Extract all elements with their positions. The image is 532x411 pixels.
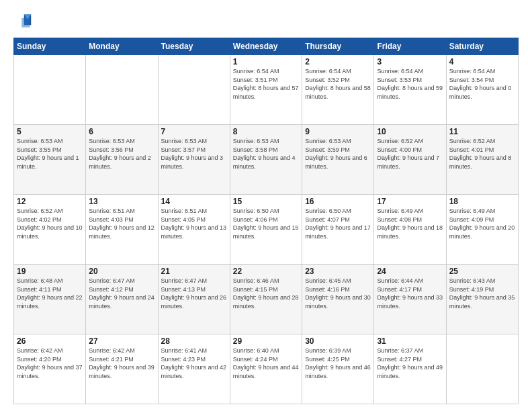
- day-number: 19: [17, 267, 83, 276]
- day-info: Sunrise: 6:50 AM Sunset: 4:07 PM Dayligh…: [305, 207, 371, 240]
- calendar-cell: 2Sunrise: 6:54 AM Sunset: 3:52 PM Daylig…: [302, 55, 374, 125]
- calendar-cell: 13Sunrise: 6:51 AM Sunset: 4:03 PM Dayli…: [86, 195, 158, 265]
- day-info: Sunrise: 6:47 AM Sunset: 4:12 PM Dayligh…: [89, 277, 154, 310]
- day-info: Sunrise: 6:42 AM Sunset: 4:21 PM Dayligh…: [89, 347, 154, 380]
- day-info: Sunrise: 6:45 AM Sunset: 4:16 PM Dayligh…: [305, 277, 371, 310]
- calendar-cell: 22Sunrise: 6:46 AM Sunset: 4:15 PM Dayli…: [230, 265, 302, 334]
- day-info: Sunrise: 6:39 AM Sunset: 4:25 PM Dayligh…: [305, 347, 371, 380]
- day-info: Sunrise: 6:52 AM Sunset: 4:00 PM Dayligh…: [377, 137, 443, 171]
- day-number: 20: [89, 267, 154, 276]
- logo-icon: [13, 12, 32, 31]
- day-info: Sunrise: 6:49 AM Sunset: 4:09 PM Dayligh…: [449, 207, 515, 240]
- day-info: Sunrise: 6:50 AM Sunset: 4:06 PM Dayligh…: [233, 207, 299, 240]
- day-info: Sunrise: 6:54 AM Sunset: 3:53 PM Dayligh…: [377, 67, 443, 101]
- day-info: Sunrise: 6:43 AM Sunset: 4:19 PM Dayligh…: [449, 277, 515, 310]
- calendar-cell: 12Sunrise: 6:52 AM Sunset: 4:02 PM Dayli…: [14, 195, 86, 265]
- calendar-header-friday: Friday: [374, 38, 446, 55]
- calendar-cell: 10Sunrise: 6:52 AM Sunset: 4:00 PM Dayli…: [374, 125, 446, 195]
- calendar-cell: 18Sunrise: 6:49 AM Sunset: 4:09 PM Dayli…: [446, 195, 518, 265]
- logo: [13, 12, 35, 31]
- calendar-cell: 23Sunrise: 6:45 AM Sunset: 4:16 PM Dayli…: [302, 265, 374, 334]
- calendar-cell: 14Sunrise: 6:51 AM Sunset: 4:05 PM Dayli…: [158, 195, 230, 265]
- day-info: Sunrise: 6:53 AM Sunset: 3:59 PM Dayligh…: [305, 137, 371, 171]
- day-number: 6: [89, 127, 154, 136]
- day-info: Sunrise: 6:53 AM Sunset: 3:57 PM Dayligh…: [161, 137, 227, 171]
- day-number: 7: [161, 127, 227, 136]
- calendar-cell: 27Sunrise: 6:42 AM Sunset: 4:21 PM Dayli…: [86, 334, 158, 404]
- calendar-cell: [446, 334, 518, 404]
- calendar-cell: 7Sunrise: 6:53 AM Sunset: 3:57 PM Daylig…: [158, 125, 230, 195]
- day-info: Sunrise: 6:54 AM Sunset: 3:51 PM Dayligh…: [233, 67, 299, 101]
- calendar-cell: [86, 55, 158, 125]
- day-number: 21: [161, 267, 227, 276]
- day-info: Sunrise: 6:52 AM Sunset: 4:02 PM Dayligh…: [17, 207, 83, 240]
- calendar-cell: 24Sunrise: 6:44 AM Sunset: 4:17 PM Dayli…: [374, 265, 446, 334]
- day-info: Sunrise: 6:44 AM Sunset: 4:17 PM Dayligh…: [377, 277, 443, 310]
- calendar-header-row: SundayMondayTuesdayWednesdayThursdayFrid…: [14, 38, 519, 55]
- day-info: Sunrise: 6:54 AM Sunset: 3:52 PM Dayligh…: [305, 67, 371, 101]
- calendar-cell: 1Sunrise: 6:54 AM Sunset: 3:51 PM Daylig…: [230, 55, 302, 125]
- day-info: Sunrise: 6:52 AM Sunset: 4:01 PM Dayligh…: [449, 137, 515, 171]
- day-info: Sunrise: 6:46 AM Sunset: 4:15 PM Dayligh…: [233, 277, 299, 310]
- calendar-cell: 28Sunrise: 6:41 AM Sunset: 4:23 PM Dayli…: [158, 334, 230, 404]
- calendar-cell: 5Sunrise: 6:53 AM Sunset: 3:55 PM Daylig…: [14, 125, 86, 195]
- day-number: 22: [233, 267, 299, 276]
- day-number: 16: [305, 197, 371, 206]
- calendar-header-saturday: Saturday: [446, 38, 518, 55]
- day-number: 13: [89, 197, 154, 206]
- day-info: Sunrise: 6:37 AM Sunset: 4:27 PM Dayligh…: [377, 347, 443, 380]
- calendar-cell: 6Sunrise: 6:53 AM Sunset: 3:56 PM Daylig…: [86, 125, 158, 195]
- day-number: 26: [17, 336, 83, 346]
- calendar-cell: [14, 55, 86, 125]
- day-number: 30: [305, 336, 371, 346]
- calendar-cell: 31Sunrise: 6:37 AM Sunset: 4:27 PM Dayli…: [374, 334, 446, 404]
- day-number: 17: [377, 197, 443, 206]
- day-number: 31: [377, 336, 443, 346]
- day-info: Sunrise: 6:48 AM Sunset: 4:11 PM Dayligh…: [17, 277, 83, 310]
- day-number: 15: [233, 197, 299, 206]
- day-info: Sunrise: 6:51 AM Sunset: 4:05 PM Dayligh…: [161, 207, 227, 240]
- calendar-cell: 29Sunrise: 6:40 AM Sunset: 4:24 PM Dayli…: [230, 334, 302, 404]
- calendar-cell: 17Sunrise: 6:49 AM Sunset: 4:08 PM Dayli…: [374, 195, 446, 265]
- day-info: Sunrise: 6:53 AM Sunset: 3:58 PM Dayligh…: [233, 137, 299, 171]
- day-number: 28: [161, 336, 227, 346]
- calendar-header-sunday: Sunday: [14, 38, 86, 55]
- day-number: 25: [449, 267, 515, 276]
- calendar-cell: 20Sunrise: 6:47 AM Sunset: 4:12 PM Dayli…: [86, 265, 158, 334]
- day-info: Sunrise: 6:41 AM Sunset: 4:23 PM Dayligh…: [161, 347, 227, 380]
- calendar-cell: 19Sunrise: 6:48 AM Sunset: 4:11 PM Dayli…: [14, 265, 86, 334]
- header: [13, 12, 519, 31]
- day-info: Sunrise: 6:51 AM Sunset: 4:03 PM Dayligh…: [89, 207, 154, 240]
- day-number: 23: [305, 267, 371, 276]
- calendar-header-tuesday: Tuesday: [158, 38, 230, 55]
- day-info: Sunrise: 6:53 AM Sunset: 3:56 PM Dayligh…: [89, 137, 154, 171]
- calendar-cell: 30Sunrise: 6:39 AM Sunset: 4:25 PM Dayli…: [302, 334, 374, 404]
- calendar-cell: 8Sunrise: 6:53 AM Sunset: 3:58 PM Daylig…: [230, 125, 302, 195]
- day-number: 29: [233, 336, 299, 346]
- calendar-week-4: 19Sunrise: 6:48 AM Sunset: 4:11 PM Dayli…: [14, 265, 519, 334]
- day-number: 18: [449, 197, 515, 206]
- day-info: Sunrise: 6:49 AM Sunset: 4:08 PM Dayligh…: [377, 207, 443, 240]
- day-number: 10: [377, 127, 443, 136]
- day-number: 2: [305, 57, 371, 66]
- calendar-cell: 16Sunrise: 6:50 AM Sunset: 4:07 PM Dayli…: [302, 195, 374, 265]
- calendar-week-2: 5Sunrise: 6:53 AM Sunset: 3:55 PM Daylig…: [14, 125, 519, 195]
- day-number: 11: [449, 127, 515, 136]
- day-number: 27: [89, 336, 154, 346]
- svg-marker-2: [21, 18, 30, 28]
- day-number: 14: [161, 197, 227, 206]
- calendar-cell: 9Sunrise: 6:53 AM Sunset: 3:59 PM Daylig…: [302, 125, 374, 195]
- day-number: 12: [17, 197, 83, 206]
- day-info: Sunrise: 6:54 AM Sunset: 3:54 PM Dayligh…: [449, 67, 515, 101]
- calendar-cell: 4Sunrise: 6:54 AM Sunset: 3:54 PM Daylig…: [446, 55, 518, 125]
- calendar-header-thursday: Thursday: [302, 38, 374, 55]
- calendar-cell: 11Sunrise: 6:52 AM Sunset: 4:01 PM Dayli…: [446, 125, 518, 195]
- calendar-cell: [158, 55, 230, 125]
- day-info: Sunrise: 6:47 AM Sunset: 4:13 PM Dayligh…: [161, 277, 227, 310]
- calendar-cell: 3Sunrise: 6:54 AM Sunset: 3:53 PM Daylig…: [374, 55, 446, 125]
- day-number: 1: [233, 57, 299, 66]
- calendar-week-3: 12Sunrise: 6:52 AM Sunset: 4:02 PM Dayli…: [14, 195, 519, 265]
- calendar-week-5: 26Sunrise: 6:42 AM Sunset: 4:20 PM Dayli…: [14, 334, 519, 404]
- day-number: 9: [305, 127, 371, 136]
- day-number: 24: [377, 267, 443, 276]
